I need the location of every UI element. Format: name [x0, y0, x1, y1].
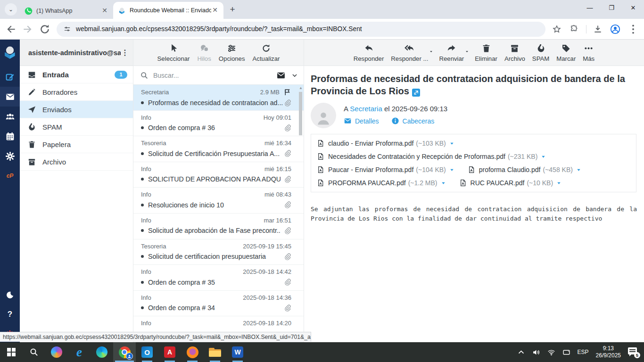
taskbar-firefox-button[interactable]: [181, 342, 204, 362]
tab-search-button[interactable]: ⌄: [5, 3, 17, 16]
dark-mode-button[interactable]: [0, 289, 20, 301]
account-header[interactable]: asistente-administrativo@sa... ⋮: [20, 40, 133, 66]
dropdown-caret-icon[interactable]: [429, 49, 433, 54]
forward-button[interactable]: [22, 23, 34, 35]
notification-center-button[interactable]: 5: [628, 347, 638, 357]
responder-button[interactable]: Responder: [354, 43, 384, 62]
menu-kebab-icon[interactable]: [627, 23, 639, 35]
message-list-row[interactable]: Info 2025-09-18 14:36 Orden de compra # …: [133, 291, 304, 317]
list-scrollbar[interactable]: ▲ ▼: [298, 85, 304, 342]
taskbar-copilot-button[interactable]: [45, 342, 68, 362]
spam-button[interactable]: SPAM: [532, 43, 549, 62]
search-scope-envelope-icon[interactable]: [276, 71, 286, 80]
attachment-item[interactable]: Paucar - Enviar Proforma.pdf (~104 KB): [317, 163, 454, 176]
actualizar-button[interactable]: Actualizar: [253, 43, 280, 62]
tab-close-icon[interactable]: ✕: [211, 7, 219, 14]
back-button[interactable]: [5, 23, 17, 35]
message-list-row[interactable]: Tesoreria mié 16:34 Solicitud de Certifi…: [133, 136, 304, 162]
dropdown-caret-icon[interactable]: [465, 49, 469, 54]
site-info-icon[interactable]: [63, 25, 71, 33]
archivo-button[interactable]: Archivo: [504, 43, 525, 62]
attachment-item[interactable]: RUC PAUCAR.pdf (~10 KB): [459, 176, 562, 189]
más-button[interactable]: Más: [583, 43, 594, 62]
profile-icon[interactable]: [610, 24, 620, 34]
attachment-item[interactable]: PROFORMA PAUCAR.pdf (~1.2 MB): [317, 176, 446, 189]
clock[interactable]: 9:1326/9/2025: [596, 345, 621, 359]
tray-expand-chevron-icon[interactable]: [517, 348, 525, 356]
address-bar[interactable]: webmail.sanjuan.gob.ec/cpsess4320018295/…: [57, 22, 545, 37]
bookmark-star-icon[interactable]: [552, 25, 561, 34]
rail-cpanel-button[interactable]: cP: [0, 166, 20, 186]
taskbar-ie-button[interactable]: e: [68, 342, 91, 362]
message-body: Proformas de necesidad de contratacion a…: [304, 66, 644, 342]
attachment-menu-caret-icon[interactable]: [541, 154, 546, 159]
search-input[interactable]: [153, 72, 276, 79]
compose-button[interactable]: [0, 67, 20, 87]
message-list-row[interactable]: Info mar 16:51 Solicitud de aprobación d…: [133, 214, 304, 239]
taskbar-acrobat-button[interactable]: A: [158, 342, 181, 362]
seleccionar-button[interactable]: Seleccionar: [157, 43, 190, 62]
attachment-menu-caret-icon[interactable]: [576, 167, 581, 173]
scroll-up-icon[interactable]: ▲: [299, 86, 303, 90]
attachment-menu-caret-icon[interactable]: [556, 181, 561, 186]
attachment-menu-caret-icon[interactable]: [441, 181, 446, 186]
message-list-row[interactable]: Secretaria 2.9 MB Proformas de necesidad…: [133, 85, 304, 111]
new-tab-button[interactable]: +: [226, 3, 239, 16]
eliminar-button[interactable]: Eliminar: [475, 43, 497, 62]
window-close-button[interactable]: ✕: [622, 0, 644, 15]
wifi-icon[interactable]: [547, 348, 555, 356]
rail-contacts-button[interactable]: [0, 107, 20, 126]
window-restore-button[interactable]: ❐: [601, 0, 622, 15]
reenviar-button[interactable]: Reenviar: [439, 43, 464, 62]
window-minimize-button[interactable]: —: [579, 0, 601, 15]
display-icon[interactable]: [562, 348, 570, 356]
taskbar-word-button[interactable]: W: [226, 342, 249, 362]
details-button[interactable]: Detalles: [344, 117, 379, 125]
headers-button[interactable]: Cabeceras: [391, 117, 435, 125]
hilos-button[interactable]: Hilos: [197, 43, 211, 62]
responder-button[interactable]: Responder ...: [391, 43, 428, 62]
marcar-button[interactable]: Marcar: [556, 43, 576, 62]
sidebar-folder-spam[interactable]: SPAM: [20, 118, 133, 136]
sidebar-folder-borradores[interactable]: Borradores: [20, 83, 133, 101]
sidebar-folder-enviados[interactable]: Enviados: [20, 101, 133, 118]
language-indicator[interactable]: ESP: [578, 349, 589, 355]
attachment-menu-caret-icon[interactable]: [449, 167, 454, 173]
account-menu-kebab-icon[interactable]: ⋮: [121, 51, 129, 54]
rail-mail-button[interactable]: [0, 87, 20, 107]
open-in-new-window-icon[interactable]: [412, 89, 420, 97]
sidebar-folder-entrada[interactable]: Entrada 1: [20, 66, 133, 83]
flag-icon[interactable]: [283, 88, 291, 96]
search-options-chevron-icon[interactable]: [291, 72, 298, 79]
message-list-row[interactable]: Tesoreria 2025-09-19 15:45 Solicitud de …: [133, 239, 304, 265]
scrollbar-thumb[interactable]: [299, 92, 302, 135]
message-list-row[interactable]: Info 2025-09-18 14:42 Orden de compra # …: [133, 265, 304, 291]
start-button[interactable]: [0, 342, 23, 362]
sidebar-folder-archivo[interactable]: Archivo: [20, 153, 133, 171]
tab-whatsapp[interactable]: (1) WhatsApp ✕: [20, 3, 113, 19]
rail-calendar-button[interactable]: [0, 126, 20, 146]
reload-button[interactable]: [39, 23, 51, 35]
attachment-item[interactable]: proforma Claudio.pdf (~458 KB): [468, 163, 581, 176]
taskbar-search-button[interactable]: [23, 342, 45, 362]
downloads-icon[interactable]: [593, 25, 603, 34]
rail-settings-button[interactable]: [0, 146, 20, 166]
attachment-item[interactable]: Necesidades de Contratación y Recepción …: [317, 150, 546, 163]
attachment-menu-caret-icon[interactable]: [449, 141, 454, 146]
tab-close-icon[interactable]: ✕: [101, 7, 108, 15]
taskbar-edge-button[interactable]: [91, 342, 113, 362]
message-list-row[interactable]: Info mié 16:15 SOLICITUD DE APROBACION P…: [133, 162, 304, 188]
extensions-icon[interactable]: [569, 25, 578, 34]
message-list-row[interactable]: Info Hoy 09:01 Orden de compra # 36: [133, 111, 304, 137]
sidebar-folder-papelera[interactable]: Papelera: [20, 136, 133, 153]
message-list-row[interactable]: Info mié 08:43 Resoluciones de inicio 10: [133, 188, 304, 214]
help-button[interactable]: ?: [0, 309, 20, 320]
taskbar-chrome-button[interactable]: [113, 342, 136, 362]
opciones-button[interactable]: Opciones: [219, 43, 245, 62]
taskbar-outlook-button[interactable]: O: [136, 342, 158, 362]
taskbar-explorer-button[interactable]: [204, 342, 226, 362]
tab-roundcube[interactable]: Roundcube Webmail :: Enviados ✕: [113, 2, 223, 19]
attachment-item[interactable]: claudio - Enviar Proforma.pdf (~103 KB): [317, 137, 454, 150]
recipient-link[interactable]: Secretaria: [350, 105, 382, 113]
volume-icon[interactable]: [532, 348, 540, 356]
